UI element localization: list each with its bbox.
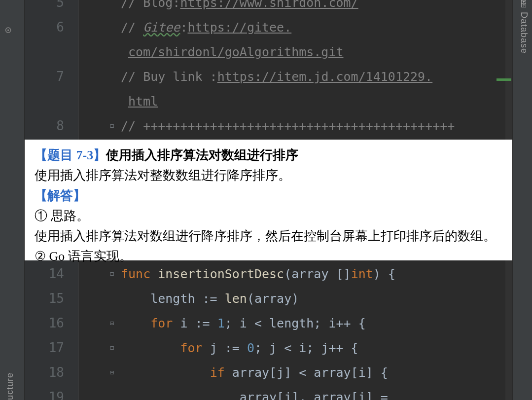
explanation-text: 使用插入排序算法对数组进行降序排序，然后在控制台屏幕上打印排序后的数组。 (35, 226, 503, 246)
problem-tag: 【题目 7-3】 (35, 148, 106, 162)
code-text: ; i < length; i++ { (225, 316, 366, 330)
code-line[interactable]: length := len(array) (121, 291, 512, 307)
gitee-label: Gitee (143, 20, 180, 35)
vcs-change-marker[interactable] (497, 78, 511, 81)
code-line[interactable]: // Blog:https://www.shirdon.com/ (121, 0, 512, 11)
database-icon: 🗄 (520, 0, 528, 9)
comment-text: // (121, 20, 143, 35)
database-tab-label: Database (519, 12, 529, 54)
code-line[interactable]: for j := 0; j < i; j++ { (121, 340, 512, 357)
fold-toggle-icon[interactable]: ⊟ (108, 122, 115, 129)
code-line[interactable]: com/shirdonl/goAlgorithms.git (128, 44, 512, 61)
type: int (351, 267, 373, 281)
problem-title: 【题目 7-3】使用插入排序算法对数组进行排序 (35, 145, 503, 165)
number: 1 (217, 316, 225, 330)
fold-toggle-icon[interactable]: ⊟ (108, 320, 115, 327)
line-number: 5 (25, 0, 64, 10)
code-line[interactable]: // Buy link :https://item.jd.com/1410122… (121, 69, 512, 85)
code-line[interactable]: array[j], array[i] = (121, 390, 512, 400)
number: 0 (247, 341, 254, 355)
line-number: 8 (25, 118, 64, 133)
fold-toggle-icon[interactable]: ⊟ (108, 270, 115, 277)
line-number: 6 (25, 20, 64, 35)
fold-toggle-icon[interactable]: ⊟ (108, 344, 115, 351)
buy-link[interactable]: html (128, 94, 158, 109)
line-number: 18 (25, 365, 64, 380)
structure-tab[interactable]: ucture (5, 372, 15, 400)
builtin: len (225, 291, 247, 306)
code-line[interactable]: // +++++++++++++++++++++++++++++++++++++… (121, 118, 512, 135)
code-text: ; j < i; j++ { (254, 341, 358, 355)
problem-title-text: 使用插入排序算法对数组进行排序 (106, 148, 298, 162)
left-tool-panel: ⊙ ucture (0, 0, 25, 400)
code-text: ) { (373, 267, 395, 281)
right-tool-panel: 🗄 Database (512, 0, 532, 400)
problem-description: 使用插入排序算法对整数数组进行降序排序。 (35, 166, 503, 185)
answer-tag: 【解答】 (35, 186, 503, 205)
function-name: insertionSortDesc (150, 267, 284, 281)
code-line[interactable]: html (128, 94, 512, 110)
problem-overlay: 【题目 7-3】使用插入排序算法对数组进行排序 使用插入排序算法对整数数组进行降… (25, 140, 513, 260)
line-number: 7 (25, 69, 64, 84)
code-line[interactable]: // Gitee:https://gitee. (121, 20, 512, 36)
line-number: 16 (25, 316, 64, 330)
keyword: if (210, 365, 225, 380)
step-heading: ② Go 语言实现。 (35, 247, 503, 266)
code-text: i := (173, 316, 217, 330)
code-text: array[j] < array[i] { (225, 365, 388, 380)
comment-text: : (180, 20, 187, 35)
fold-toggle-icon[interactable]: ⊟ (108, 369, 115, 376)
comment-text: // +++++++++++++++++++++++++++++++++++++… (121, 119, 455, 133)
step-heading: ① 思路。 (35, 206, 503, 225)
code-line[interactable]: func insertionSortDesc(array []int) { (121, 266, 512, 283)
blog-link[interactable]: https://www.shirdon.com/ (180, 0, 358, 10)
keyword: for (150, 316, 173, 330)
line-number: 17 (25, 340, 64, 355)
comment-text: // Buy link : (121, 70, 217, 84)
line-number: 14 (25, 266, 64, 281)
code-text: j := (203, 341, 247, 355)
line-number: 15 (25, 291, 64, 306)
keyword: func (121, 267, 150, 281)
line-number: 19 (25, 390, 64, 400)
buy-link[interactable]: https://item.jd.com/14101229. (217, 70, 433, 84)
keyword: for (180, 341, 202, 355)
gitee-link[interactable]: com/shirdonl/goAlgorithms.git (128, 45, 344, 59)
code-line[interactable]: for i := 1; i < length; i++ { (121, 316, 512, 332)
commit-icon[interactable]: ⊙ (5, 24, 11, 36)
code-text: (array [] (284, 267, 351, 281)
gitee-link[interactable]: https://gitee. (187, 20, 291, 35)
database-tab[interactable]: 🗄 Database (519, 0, 529, 54)
comment-text: // Blog: (121, 0, 180, 10)
code-line[interactable]: if array[j] < array[i] { (121, 365, 512, 381)
